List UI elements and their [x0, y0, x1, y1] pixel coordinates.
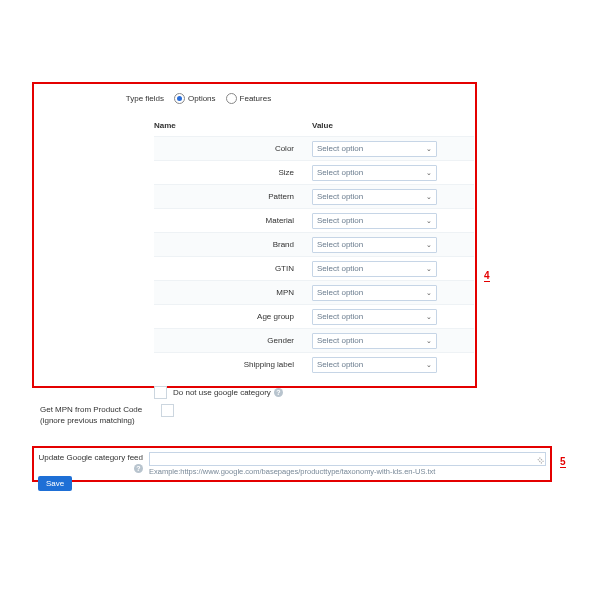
table-row: MPNSelect option⌄ — [154, 280, 474, 304]
feed-example: Example:https://www.google.com/basepages… — [149, 467, 546, 476]
attr-name: MPN — [154, 288, 312, 297]
save-button[interactable]: Save — [38, 476, 72, 491]
th-value: Value — [294, 121, 474, 130]
annotation-5: 5 — [560, 456, 566, 468]
type-fields-row: Type fields Options Features — [44, 90, 465, 107]
radio-options[interactable] — [174, 93, 185, 104]
no-gcat-checkbox[interactable] — [154, 386, 167, 399]
select-option[interactable]: Select option⌄ — [312, 309, 437, 325]
select-option[interactable]: Select option⌄ — [312, 189, 437, 205]
chevron-down-icon: ⌄ — [426, 217, 432, 225]
attr-name: GTIN — [154, 264, 312, 273]
attr-name: Size — [154, 168, 312, 177]
table-row: ColorSelect option⌄ — [154, 136, 474, 160]
attr-name: Color — [154, 144, 312, 153]
select-option[interactable]: Select option⌄ — [312, 213, 437, 229]
table-row: BrandSelect option⌄ — [154, 232, 474, 256]
attr-value-cell: Select option⌄ — [312, 165, 474, 181]
radio-options-label[interactable]: Options — [188, 94, 216, 103]
mpn-row: Get MPN from Product Code (ignore previo… — [36, 404, 174, 426]
select-option[interactable]: Select option⌄ — [312, 285, 437, 301]
attr-name: Brand — [154, 240, 312, 249]
table-row: SizeSelect option⌄ — [154, 160, 474, 184]
attr-value-cell: Select option⌄ — [312, 189, 474, 205]
table-row: PatternSelect option⌄ — [154, 184, 474, 208]
chevron-down-icon: ⌄ — [426, 289, 432, 297]
attr-name: Pattern — [154, 192, 312, 201]
select-option[interactable]: Select option⌄ — [312, 141, 437, 157]
chevron-down-icon: ⌄ — [426, 337, 432, 345]
no-gcat-label: Do not use google category — [173, 388, 271, 397]
select-option[interactable]: Select option⌄ — [312, 333, 437, 349]
table-row: MaterialSelect option⌄ — [154, 208, 474, 232]
attr-name: Age group — [154, 312, 312, 321]
feed-label: Update Google category feed ? Save — [38, 452, 149, 491]
info-icon[interactable]: ? — [274, 388, 283, 397]
chevron-down-icon: ⌄ — [426, 361, 432, 369]
chevron-down-icon: ⌄ — [426, 169, 432, 177]
table-header: Name Value — [154, 117, 474, 134]
attr-value-cell: Select option⌄ — [312, 333, 474, 349]
chevron-down-icon: ⌄ — [426, 193, 432, 201]
select-option[interactable]: Select option⌄ — [312, 261, 437, 277]
select-option[interactable]: Select option⌄ — [312, 165, 437, 181]
attr-value-cell: Select option⌄ — [312, 213, 474, 229]
table-row: Shipping labelSelect option⌄ — [154, 352, 474, 376]
type-fields-label: Type fields — [44, 94, 174, 103]
select-option[interactable]: Select option⌄ — [312, 237, 437, 253]
mpn-checkbox[interactable] — [161, 404, 174, 417]
annotation-4: 4 — [484, 270, 490, 282]
attr-name: Material — [154, 216, 312, 225]
table-row: Age groupSelect option⌄ — [154, 304, 474, 328]
mpn-label: Get MPN from Product Code (ignore previo… — [36, 404, 155, 426]
attr-value-cell: Select option⌄ — [312, 309, 474, 325]
chevron-down-icon: ⌄ — [426, 241, 432, 249]
attr-value-cell: Select option⌄ — [312, 357, 474, 373]
attr-value-cell: Select option⌄ — [312, 141, 474, 157]
attr-name: Gender — [154, 336, 312, 345]
chevron-down-icon: ⌄ — [426, 313, 432, 321]
section-5-box: Update Google category feed ? Save ⠿ Exa… — [32, 446, 552, 482]
no-gcat-row: Do not use google category ? — [154, 384, 465, 401]
attr-value-cell: Select option⌄ — [312, 237, 474, 253]
table-row: GTINSelect option⌄ — [154, 256, 474, 280]
select-option[interactable]: Select option⌄ — [312, 357, 437, 373]
radio-features[interactable] — [226, 93, 237, 104]
table-row: GenderSelect option⌄ — [154, 328, 474, 352]
section-4-box: Type fields Options Features Name Value … — [32, 82, 477, 388]
chevron-down-icon: ⌄ — [426, 145, 432, 153]
attr-value-cell: Select option⌄ — [312, 285, 474, 301]
attr-name: Shipping label — [154, 360, 312, 369]
attr-value-cell: Select option⌄ — [312, 261, 474, 277]
radio-features-label[interactable]: Features — [240, 94, 272, 103]
feed-row: Update Google category feed ? Save ⠿ Exa… — [34, 448, 550, 491]
attributes-table: Name Value ColorSelect option⌄SizeSelect… — [154, 117, 474, 376]
info-icon[interactable]: ? — [134, 464, 143, 473]
th-name: Name — [154, 121, 294, 130]
feed-textarea[interactable]: ⠿ — [149, 452, 546, 466]
chevron-down-icon: ⌄ — [426, 265, 432, 273]
